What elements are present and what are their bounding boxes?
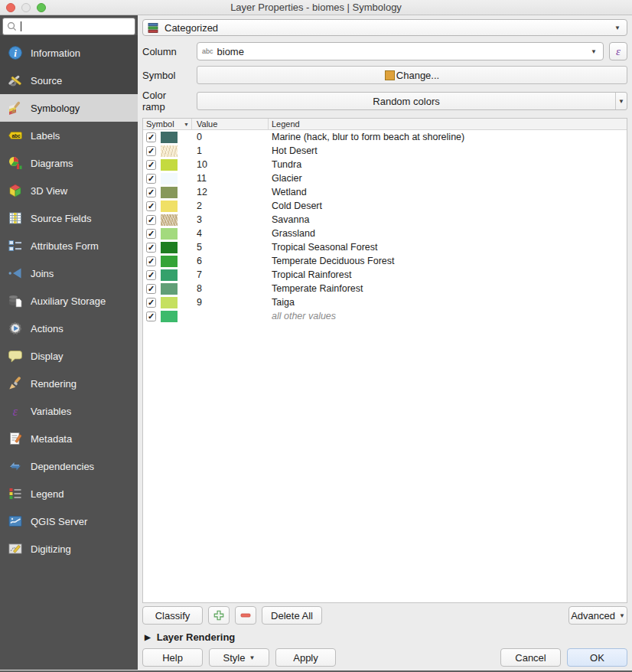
sidebar-item-information[interactable]: iInformation <box>0 39 138 67</box>
help-button[interactable]: Help <box>142 648 203 667</box>
category-color-swatch[interactable] <box>161 159 178 171</box>
category-checkbox[interactable]: ✓ <box>146 243 156 253</box>
sidebar-item-variables[interactable]: εVariables <box>0 397 138 425</box>
sidebar-item-auxiliary-storage[interactable]: Auxiliary Storage <box>0 287 138 315</box>
sidebar-item-joins[interactable]: Joins <box>0 259 138 287</box>
category-legend: all other values <box>269 311 627 321</box>
category-row[interactable]: ✓9Taiga <box>143 295 627 309</box>
category-checkbox[interactable]: ✓ <box>146 146 156 156</box>
sidebar-item-attributes-form[interactable]: Attributes Form <box>0 232 138 259</box>
cancel-button[interactable]: Cancel <box>500 648 561 667</box>
sidebar-item-dependencies[interactable]: Dependencies <box>0 452 138 480</box>
sidebar-item-display[interactable]: Display <box>0 342 138 370</box>
sidebar-item-legend[interactable]: Legend <box>0 480 138 507</box>
category-symbol-cell: ✓ <box>143 283 192 295</box>
sidebar-item-qgis-server[interactable]: QGIS Server <box>0 507 138 535</box>
category-symbol-cell: ✓ <box>143 159 192 171</box>
category-color-swatch[interactable] <box>161 297 178 308</box>
category-color-swatch[interactable] <box>161 201 178 212</box>
legend-icon <box>7 485 24 502</box>
category-color-swatch[interactable] <box>161 173 178 184</box>
layer-rendering-section-toggle[interactable]: ▶ Layer Rendering <box>142 629 627 645</box>
legend-column-header[interactable]: Legend <box>269 119 627 129</box>
category-color-swatch[interactable] <box>161 145 178 157</box>
ok-button[interactable]: OK <box>567 648 627 667</box>
category-color-swatch[interactable] <box>161 214 178 226</box>
category-row[interactable]: ✓3Savanna <box>143 213 627 227</box>
categories-table-header: Symbol ▼ Value Legend <box>143 119 627 130</box>
sidebar-item-digitizing[interactable]: Digitizing <box>0 535 138 563</box>
sidebar-item-source-fields[interactable]: Source Fields <box>0 204 138 232</box>
advanced-button[interactable]: Advanced ▼ <box>568 606 627 625</box>
category-checkbox[interactable]: ✓ <box>146 201 156 211</box>
delete-all-button[interactable]: Delete All <box>262 606 322 625</box>
symbol-change-button[interactable]: Change... <box>197 66 627 84</box>
category-color-swatch[interactable] <box>161 311 178 322</box>
category-checkbox[interactable]: ✓ <box>146 215 156 225</box>
sidebar-item-label: Dependencies <box>31 461 94 472</box>
zoom-window-button[interactable] <box>37 3 46 12</box>
sidebar-item-labels[interactable]: abcLabels <box>0 122 138 149</box>
category-color-swatch[interactable] <box>161 132 178 143</box>
category-row[interactable]: ✓5Tropical Seasonal Forest <box>143 240 627 254</box>
category-color-swatch[interactable] <box>161 269 178 281</box>
category-color-swatch[interactable] <box>161 256 178 267</box>
category-row[interactable]: ✓6Temperate Deciduous Forest <box>143 254 627 268</box>
sidebar-search-input[interactable] <box>2 18 135 35</box>
category-symbol-cell: ✓ <box>143 132 192 143</box>
category-checkbox[interactable]: ✓ <box>146 174 156 184</box>
attributes-form-icon <box>7 237 24 254</box>
category-row[interactable]: ✓all other values <box>143 309 627 323</box>
value-column-header[interactable]: Value <box>192 119 269 129</box>
category-color-swatch[interactable] <box>161 187 178 198</box>
information-icon: i <box>7 44 24 61</box>
sidebar-item-3d-view[interactable]: 3D View <box>0 177 138 204</box>
sidebar-item-actions[interactable]: Actions <box>0 315 138 342</box>
category-row[interactable]: ✓0Marine (hack, blur to form beach at sh… <box>143 130 627 144</box>
category-checkbox[interactable]: ✓ <box>146 284 156 294</box>
add-category-button[interactable] <box>208 606 230 625</box>
sidebar-item-diagrams[interactable]: Diagrams <box>0 149 138 177</box>
category-checkbox[interactable]: ✓ <box>146 188 156 197</box>
symbology-panel: Categorized ▼ Column abc biome ▼ ε Symbo… <box>138 15 632 670</box>
color-ramp-select[interactable]: Random colors ▼ <box>197 92 627 110</box>
actions-icon <box>7 320 24 337</box>
category-row[interactable]: ✓1Hot Desert <box>143 144 627 158</box>
column-combobox[interactable]: abc biome ▼ <box>197 42 604 60</box>
category-checkbox[interactable]: ✓ <box>146 298 156 308</box>
close-window-button[interactable] <box>6 3 15 12</box>
category-row[interactable]: ✓11Glacier <box>143 171 627 185</box>
style-button[interactable]: Style ▼ <box>209 648 269 667</box>
category-checkbox[interactable]: ✓ <box>146 229 156 239</box>
category-legend: Tundra <box>269 159 627 170</box>
category-row[interactable]: ✓10Tundra <box>143 158 627 171</box>
sidebar-item-symbology[interactable]: Symbology <box>0 94 138 122</box>
category-row[interactable]: ✓7Tropical Rainforest <box>143 268 627 282</box>
apply-button[interactable]: Apply <box>275 648 336 667</box>
category-checkbox[interactable]: ✓ <box>146 256 156 266</box>
category-legend: Tropical Seasonal Forest <box>269 242 627 253</box>
expression-builder-button[interactable]: ε <box>609 42 627 60</box>
sidebar-item-metadata[interactable]: Metadata <box>0 425 138 452</box>
minimize-window-button[interactable] <box>21 3 31 12</box>
category-checkbox[interactable]: ✓ <box>146 160 156 170</box>
category-color-swatch[interactable] <box>161 242 178 253</box>
category-row[interactable]: ✓8Temperate Rainforest <box>143 282 627 295</box>
category-checkbox[interactable]: ✓ <box>146 312 156 321</box>
category-color-swatch[interactable] <box>161 228 178 240</box>
remove-category-button[interactable] <box>235 606 256 625</box>
category-color-swatch[interactable] <box>161 283 178 295</box>
classify-button[interactable]: Classify <box>142 606 203 625</box>
symbol-column-header[interactable]: Symbol ▼ <box>143 119 192 129</box>
dialog-content: iInformationSourceSymbologyabcLabelsDiag… <box>0 15 632 670</box>
category-value: 12 <box>192 187 269 197</box>
category-row[interactable]: ✓2Cold Desert <box>143 199 627 213</box>
category-row[interactable]: ✓12Wetland <box>143 185 627 199</box>
category-row[interactable]: ✓4Grassland <box>143 227 627 240</box>
category-checkbox[interactable]: ✓ <box>146 132 156 142</box>
chevron-down-icon: ▼ <box>619 612 625 619</box>
renderer-type-select[interactable]: Categorized ▼ <box>142 19 627 36</box>
sidebar-item-source[interactable]: Source <box>0 67 138 94</box>
sidebar-item-rendering[interactable]: Rendering <box>0 370 138 397</box>
category-checkbox[interactable]: ✓ <box>146 270 156 280</box>
